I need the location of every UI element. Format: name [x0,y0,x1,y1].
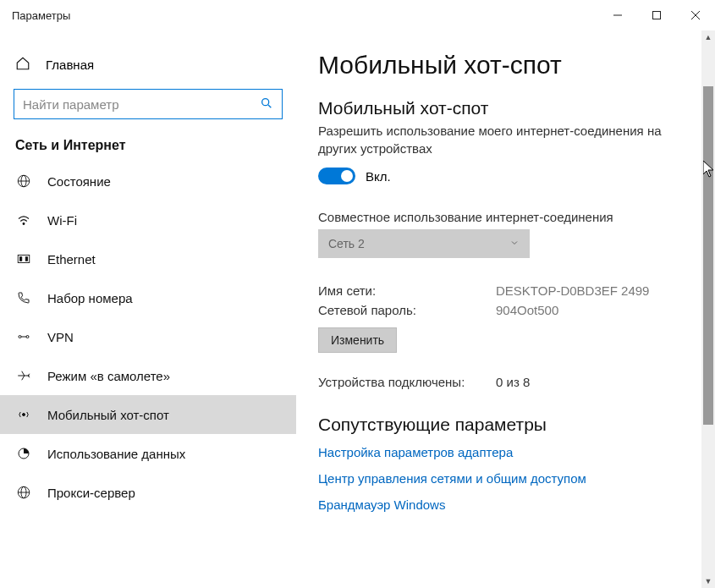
ethernet-icon [15,251,32,267]
scroll-down-icon[interactable]: ▼ [701,574,715,588]
chevron-down-icon [509,237,520,250]
home-label: Главная [46,58,94,72]
nav-dialup[interactable]: Набор номера [0,278,296,317]
nav-label: Мобильный хот-спот [47,408,169,422]
nav-status[interactable]: Состояние [0,162,296,201]
network-name-label: Имя сети: [318,283,496,298]
network-password-value: 904Oot500 [496,303,558,317]
connected-label: Устройства подключены: [318,375,496,389]
connected-value: 0 из 8 [496,375,530,389]
maximize-button[interactable] [637,0,676,30]
scroll-up-icon[interactable]: ▲ [701,30,715,44]
hotspot-toggle[interactable] [318,168,355,184]
nav-label: Режим «в самолете» [47,369,170,383]
nav-label: Состояние [47,174,111,189]
close-button[interactable] [676,0,715,30]
svg-point-13 [19,336,21,338]
sidebar: Главная Сеть и Интернет Состояние Wi-Fi [0,30,296,588]
page-title: Мобильный хот-спот [318,51,698,80]
svg-rect-12 [25,257,27,261]
share-label: Совместное использование интернет-соедин… [318,210,698,224]
minimize-button[interactable] [598,0,637,30]
search-input-container[interactable] [14,89,283,119]
toggle-state-label: Вкл. [366,169,391,184]
titlebar: Параметры [0,0,715,30]
nav-label: Прокси-сервер [47,486,135,500]
nav-label: Набор номера [47,291,133,305]
svg-rect-11 [20,257,22,261]
network-name-value: DESKTOP-D0BD3EF 2499 [496,283,649,298]
svg-point-4 [262,98,269,105]
nav-datausage[interactable]: Использование данных [0,434,296,473]
nav-label: Wi-Fi [47,213,77,228]
svg-point-14 [26,336,29,338]
hotspot-icon [15,407,32,422]
link-firewall[interactable]: Брандмауэр Windows [318,497,698,512]
globe-icon [15,173,32,189]
category-header: Сеть и Интернет [0,138,296,162]
link-adapter-settings[interactable]: Настройка параметров адаптера [318,445,698,459]
svg-point-16 [23,414,25,416]
datausage-icon [15,446,32,461]
search-icon [260,96,273,113]
scrollbar-thumb[interactable] [703,86,713,425]
share-connection-dropdown[interactable]: Сеть 2 [318,229,530,258]
phone-icon [15,290,32,305]
edit-button-label: Изменить [331,333,384,347]
link-network-center[interactable]: Центр управления сетями и общим доступом [318,471,698,486]
network-password-label: Сетевой пароль: [318,303,496,317]
svg-point-9 [23,223,25,225]
nav-hotspot[interactable]: Мобильный хот-спот [0,395,296,434]
svg-rect-1 [653,12,661,19]
nav-wifi[interactable]: Wi-Fi [0,201,296,239]
nav-airplane[interactable]: Режим «в самолете» [0,356,296,395]
proxy-icon [15,485,32,500]
home-icon [15,56,30,74]
vpn-icon [15,329,32,344]
nav-label: VPN [47,330,74,344]
nav-label: Ethernet [47,252,96,267]
scrollbar[interactable]: ▲ ▼ [701,30,715,588]
section-description: Разрешить использование моего интернет-с… [318,122,698,157]
svg-line-5 [268,105,271,107]
wifi-icon [15,212,32,228]
section-title: Мобильный хот-спот [318,98,698,118]
nav-ethernet[interactable]: Ethernet [0,239,296,278]
nav-label: Использование данных [47,447,185,461]
nav-vpn[interactable]: VPN [0,317,296,356]
content-area: Мобильный хот-спот Мобильный хот-спот Ра… [296,30,715,588]
nav-proxy[interactable]: Прокси-сервер [0,473,296,512]
window-title: Параметры [12,9,70,22]
toggle-knob [341,170,353,182]
airplane-icon [15,368,32,383]
home-nav[interactable]: Главная [0,49,296,89]
edit-button[interactable]: Изменить [318,327,397,353]
dropdown-value: Сеть 2 [328,237,365,250]
related-title: Сопутствующие параметры [318,415,698,435]
search-input[interactable] [23,97,260,112]
